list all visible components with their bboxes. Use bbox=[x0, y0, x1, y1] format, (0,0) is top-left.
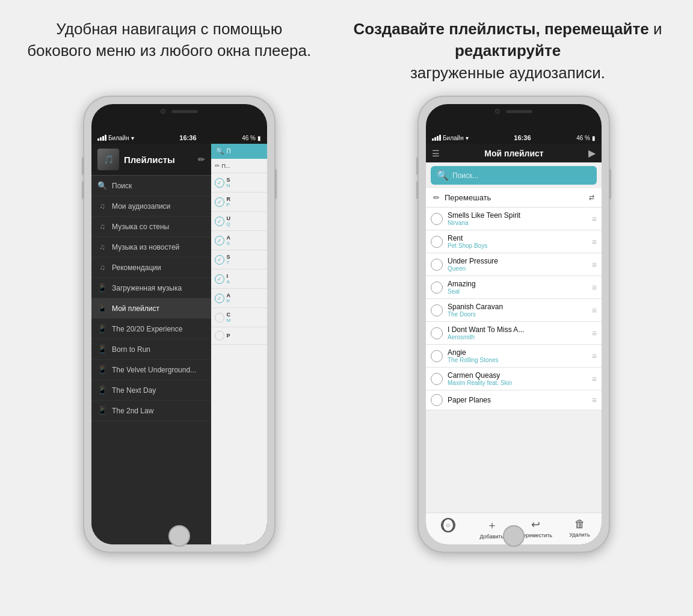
move-icon: ↩ bbox=[531, 518, 540, 531]
search-icon-peek: 🔍 bbox=[216, 147, 224, 155]
track-name-8: Carmen Queasy bbox=[448, 371, 587, 380]
track-name-5: Spanish Caravan bbox=[448, 303, 587, 311]
phone-icon4: 📱 bbox=[97, 345, 107, 354]
sidebar-item-velvet[interactable]: 📱 The Velvet Underground... bbox=[91, 360, 211, 380]
drag-handle-9[interactable]: ≡ bbox=[592, 395, 597, 405]
delete-button[interactable]: 🗑 Удалить bbox=[558, 516, 602, 542]
sidebar-item-2020[interactable]: 📱 The 20/20 Experience bbox=[91, 319, 211, 339]
velvet-label: The Velvet Underground... bbox=[112, 366, 196, 374]
add-label: Добавить bbox=[480, 534, 504, 540]
right-bold1: Создавайте плейлисты, перемещайте bbox=[354, 20, 649, 38]
burger-icon[interactable]: ☰ bbox=[432, 149, 440, 158]
track-radio-8[interactable] bbox=[431, 373, 443, 385]
track-radio-6[interactable] bbox=[431, 327, 443, 339]
power-button-r[interactable] bbox=[609, 169, 611, 199]
search-icon-r: 🔍 bbox=[437, 170, 449, 181]
avatar: 🎵 bbox=[97, 149, 119, 170]
sidebar-item-wall-music[interactable]: ♫ Музыка со стены bbox=[91, 217, 211, 237]
home-button-r[interactable] bbox=[503, 525, 525, 547]
track-item-3[interactable]: Under Pressure Queen ≡ bbox=[426, 253, 602, 276]
track-item-6[interactable]: I Dont Want To Miss A... Aerosmith ≡ bbox=[426, 322, 602, 345]
sidebar-item-born-to-run[interactable]: 📱 Born to Run bbox=[91, 339, 211, 360]
track-item-5[interactable]: Spanish Caravan The Doors ≡ bbox=[426, 299, 602, 322]
home-button[interactable] bbox=[168, 525, 190, 547]
recommendations-label: Рекомендации bbox=[112, 263, 161, 272]
vol-down-button[interactable] bbox=[82, 181, 84, 199]
circle-button[interactable]: ○ bbox=[426, 516, 470, 542]
camera-r bbox=[495, 109, 500, 114]
speaker-r bbox=[506, 110, 532, 113]
play-icon[interactable]: ▶ bbox=[588, 147, 596, 159]
shuffle-row[interactable]: ✏ Перемешать ⇄ bbox=[426, 188, 602, 208]
carrier-label: Билайн bbox=[108, 135, 129, 141]
track-name-1: Smells Like Teen Spirit bbox=[448, 211, 587, 220]
phone-icon7: 📱 bbox=[97, 406, 107, 415]
right-headline: Создавайте плейлисты, перемещайте и реда… bbox=[346, 18, 669, 84]
peek-item-1: ✓ SN bbox=[211, 173, 267, 192]
track-artist-8: Maxim Reality feat. Skin bbox=[448, 380, 587, 386]
sidebar-item-my-playlist[interactable]: 📱 Мой плейлист bbox=[91, 298, 211, 319]
sidebar-item-search[interactable]: 🔍 Поиск bbox=[91, 176, 211, 196]
playlist-title: Мой плейлист bbox=[440, 149, 588, 158]
search-placeholder: Поиск... bbox=[452, 171, 478, 180]
battery-label: 46 % bbox=[242, 135, 256, 141]
wifi-icon-r: ▾ bbox=[466, 135, 469, 141]
sidebar-item-downloaded[interactable]: 📱 Загруженная музыка bbox=[91, 278, 211, 298]
right-bold2: редактируйте bbox=[455, 42, 561, 60]
drag-handle-3[interactable]: ≡ bbox=[592, 260, 597, 270]
drag-handle-2[interactable]: ≡ bbox=[592, 237, 597, 247]
track-item-2[interactable]: Rent Pet Shop Boys ≡ bbox=[426, 230, 602, 253]
battery-icon-r: ▮ bbox=[592, 135, 596, 141]
sidebar-header: 🎵 Плейлисты ✏ bbox=[91, 144, 211, 176]
camera bbox=[161, 109, 165, 114]
battery-icon: ▮ bbox=[257, 135, 261, 141]
wifi-icon: ▾ bbox=[131, 135, 134, 141]
playlist-screen: 🔍 Поиск... ✏ Перемешать ⇄ Smells Like Te… bbox=[426, 162, 602, 544]
sidebar-item-next-day[interactable]: 📱 The Next Day bbox=[91, 380, 211, 401]
playlist-header: ☰ Мой плейлист ▶ bbox=[426, 144, 602, 162]
drag-handle-4[interactable]: ≡ bbox=[592, 283, 597, 292]
2nd-law-label: The 2nd Law bbox=[112, 407, 153, 415]
drag-handle-7[interactable]: ≡ bbox=[592, 351, 597, 361]
track-item-8[interactable]: Carmen Queasy Maxim Reality feat. Skin ≡ bbox=[426, 368, 602, 390]
track-artist-4: Seal bbox=[448, 288, 587, 295]
sidebar-item-recommendations[interactable]: ♫ Рекомендации bbox=[91, 257, 211, 278]
track-artist-2: Pet Shop Boys bbox=[448, 242, 587, 249]
track-radio-1[interactable] bbox=[431, 213, 443, 225]
track-item-9[interactable]: Paper Planes ≡ bbox=[426, 390, 602, 410]
track-item-1[interactable]: Smells Like Teen Spirit Nirvana ≡ bbox=[426, 208, 602, 230]
power-button[interactable] bbox=[274, 169, 277, 199]
drag-handle-6[interactable]: ≡ bbox=[592, 328, 597, 338]
search-bar[interactable]: 🔍 Поиск... bbox=[431, 166, 597, 185]
search-icon: 🔍 bbox=[97, 181, 107, 190]
track-radio-9[interactable] bbox=[431, 394, 443, 406]
track-radio-4[interactable] bbox=[431, 282, 443, 294]
track-radio-5[interactable] bbox=[431, 304, 443, 316]
drag-handle-8[interactable]: ≡ bbox=[592, 374, 597, 384]
sidebar-item-news-music[interactable]: ♫ Музыка из новостей bbox=[91, 237, 211, 257]
wall-music-label: Музыка со стены bbox=[112, 223, 169, 231]
drag-handle-1[interactable]: ≡ bbox=[592, 214, 597, 224]
track-name-6: I Dont Want To Miss A... bbox=[448, 325, 587, 334]
track-radio-7[interactable] bbox=[431, 350, 443, 362]
edit-button[interactable]: ✏ bbox=[198, 155, 205, 164]
circle-icon: ○ bbox=[441, 518, 455, 532]
phone-icon6: 📱 bbox=[97, 386, 107, 395]
peek-item-4: ✓ AS bbox=[211, 231, 267, 250]
track-name-9: Paper Planes bbox=[448, 396, 587, 404]
vol-up-button[interactable] bbox=[82, 157, 84, 175]
track-artist-6: Aerosmith bbox=[448, 334, 587, 340]
track-radio-3[interactable] bbox=[431, 259, 443, 271]
sidebar-item-2nd-law[interactable]: 📱 The 2nd Law bbox=[91, 401, 211, 421]
phone-icon: 📱 bbox=[97, 283, 107, 292]
track-artist-5: The Doors bbox=[448, 311, 587, 318]
track-radio-2[interactable] bbox=[431, 236, 443, 248]
sidebar-item-my-audio[interactable]: ♫ Мои аудиозаписи bbox=[91, 196, 211, 217]
track-item-4[interactable]: Amazing Seal ≡ bbox=[426, 276, 602, 299]
left-headline: Удобная навигация с помощью бокового мен… bbox=[24, 18, 314, 84]
downloaded-label: Загруженная музыка bbox=[112, 284, 182, 292]
vol-up-button-r[interactable] bbox=[416, 157, 419, 175]
vol-down-button-r[interactable] bbox=[416, 181, 419, 199]
track-item-7[interactable]: Angie The Rolling Stones ≡ bbox=[426, 345, 602, 368]
drag-handle-5[interactable]: ≡ bbox=[592, 306, 597, 315]
